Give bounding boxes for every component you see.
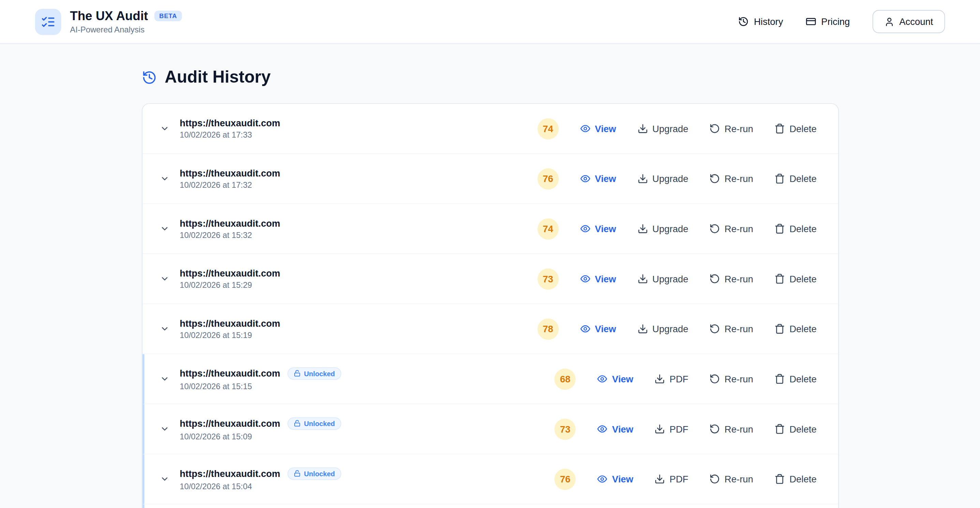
delete-button[interactable]: Delete [775, 173, 816, 184]
audit-timestamp: 10/02/2026 at 17:32 [180, 180, 280, 190]
header: The UX Audit BETA AI-Powered Analysis Hi… [0, 0, 980, 44]
trash-icon [775, 374, 785, 384]
view-button[interactable]: View [580, 324, 616, 334]
delete-button[interactable]: Delete [775, 324, 816, 334]
nav-pricing[interactable]: Pricing [805, 16, 850, 27]
expand-button[interactable] [159, 423, 171, 435]
rerun-button[interactable]: Re-run [710, 374, 753, 384]
download-action-label: Upgrade [652, 223, 688, 234]
audit-row-actions: 74 View Upgrade Re-run [538, 218, 817, 239]
rerun-button[interactable]: Re-run [710, 273, 753, 284]
chevron-down-icon [160, 474, 169, 483]
delete-button[interactable]: Delete [775, 474, 816, 484]
expand-button[interactable] [159, 223, 171, 235]
audit-row-left: https://theuxaudit.com Unlocked 10/02/20… [159, 417, 341, 441]
rerun-button[interactable]: Re-run [710, 324, 753, 334]
refresh-icon [710, 273, 720, 284]
upgrade-button[interactable]: Upgrade [637, 273, 688, 284]
unlocked-badge-label: Unlocked [304, 420, 335, 427]
upgrade-button[interactable]: Upgrade [637, 173, 688, 184]
delete-button-label: Delete [789, 173, 816, 184]
audit-timestamp: 10/02/2026 at 15:29 [180, 280, 280, 289]
chevron-down-icon [160, 224, 169, 233]
lock-open-icon [294, 420, 301, 427]
audit-row: https://theuxaudit.com 10/02/2026 at 15:… [142, 204, 838, 254]
rerun-button[interactable]: Re-run [710, 223, 753, 234]
view-button[interactable]: View [580, 173, 616, 184]
delete-button[interactable]: Delete [775, 123, 816, 134]
audit-url: https://theuxaudit.com [180, 318, 280, 328]
download-icon [655, 424, 665, 434]
audit-row: https://theuxaudit.com 10/02/2026 at 15:… [142, 304, 838, 355]
unlocked-badge: Unlocked [288, 467, 341, 480]
audit-row-left: https://theuxaudit.com Unlocked 10/02/20… [159, 467, 341, 491]
download-action-label: Upgrade [652, 123, 688, 134]
rerun-button[interactable]: Re-run [710, 474, 753, 484]
pdf-button[interactable]: PDF [655, 374, 689, 384]
delete-button[interactable]: Delete [775, 223, 816, 234]
expand-button[interactable] [159, 323, 171, 335]
expand-button[interactable] [159, 122, 171, 135]
download-icon [637, 324, 648, 334]
view-button[interactable]: View [580, 123, 616, 134]
pdf-button[interactable]: PDF [655, 474, 689, 484]
account-button[interactable]: Account [872, 10, 945, 33]
app-logo [35, 8, 61, 35]
view-button[interactable]: View [597, 474, 633, 484]
rerun-button-label: Re-run [725, 123, 753, 134]
expand-button[interactable] [159, 372, 171, 385]
delete-button[interactable]: Delete [775, 374, 816, 384]
expand-button[interactable] [159, 173, 171, 185]
audit-row-actions: 76 View PDF Re-run [554, 468, 816, 490]
score-badge: 74 [538, 118, 558, 139]
eye-icon [597, 374, 608, 384]
view-button[interactable]: View [580, 273, 616, 284]
delete-button-label: Delete [789, 474, 816, 484]
history-icon [142, 70, 156, 85]
view-button[interactable]: View [597, 374, 633, 384]
upgrade-button[interactable]: Upgrade [637, 223, 688, 234]
upgrade-button[interactable]: Upgrade [637, 123, 688, 134]
main-content: Audit History https://theuxaudit.com 10/… [0, 44, 980, 508]
lock-open-icon [294, 370, 301, 377]
view-button[interactable]: View [597, 424, 633, 434]
rerun-button[interactable]: Re-run [710, 123, 753, 134]
audit-row-partial [142, 504, 838, 508]
nav-history-label: History [754, 16, 783, 27]
audit-row-actions: 73 View Upgrade Re-run [538, 268, 817, 289]
upgrade-button[interactable]: Upgrade [637, 324, 688, 334]
score-badge: 74 [538, 218, 558, 239]
audit-timestamp: 10/02/2026 at 17:33 [180, 130, 280, 139]
refresh-icon [710, 474, 720, 484]
rerun-button[interactable]: Re-run [710, 173, 753, 184]
audit-row-left: https://theuxaudit.com Unlocked 10/02/20… [159, 367, 341, 391]
delete-button-label: Delete [789, 223, 816, 234]
download-icon [637, 223, 648, 234]
delete-button-label: Delete [789, 273, 816, 284]
audit-url: https://theuxaudit.com [180, 118, 280, 128]
trash-icon [775, 173, 785, 184]
audit-list: https://theuxaudit.com 10/02/2026 at 17:… [142, 103, 838, 508]
delete-button[interactable]: Delete [775, 424, 816, 434]
expand-button[interactable] [159, 272, 171, 285]
unlocked-badge: Unlocked [288, 367, 341, 380]
chevron-down-icon [160, 324, 169, 333]
delete-button[interactable]: Delete [775, 273, 816, 284]
rerun-button-label: Re-run [725, 474, 753, 484]
download-action-label: PDF [670, 474, 689, 484]
rerun-button-label: Re-run [725, 223, 753, 234]
lock-open-icon [294, 470, 301, 477]
rerun-button[interactable]: Re-run [710, 424, 753, 434]
eye-icon [580, 223, 590, 234]
refresh-icon [710, 223, 720, 234]
nav-history[interactable]: History [738, 16, 783, 27]
download-action-label: PDF [670, 424, 689, 434]
expand-button[interactable] [159, 473, 171, 486]
rerun-button-label: Re-run [725, 273, 753, 284]
view-button[interactable]: View [580, 223, 616, 234]
audit-info: https://theuxaudit.com Unlocked 10/02/20… [180, 467, 341, 491]
pdf-button[interactable]: PDF [655, 424, 689, 434]
view-button-label: View [595, 273, 616, 284]
audit-url: https://theuxaudit.com [180, 218, 280, 228]
audit-row: https://theuxaudit.com 10/02/2026 at 17:… [142, 154, 838, 204]
